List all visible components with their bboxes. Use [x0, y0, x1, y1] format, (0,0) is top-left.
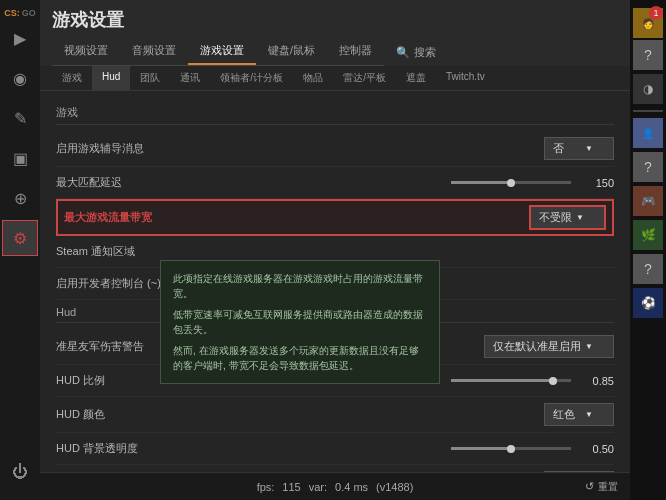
sub-tab-comm[interactable]: 通讯 — [170, 66, 210, 90]
tooltip-bandwidth: 此项指定在线游戏服务器在游戏游戏时占用的游戏流量带宽。 低带宽速率可减免互联网服… — [160, 260, 440, 384]
page-title: 游戏设置 — [52, 8, 618, 32]
slider-fill-ping — [451, 181, 511, 184]
right-sidebar: 🧑 1 ? ◑ 👤 ? 🎮 🌿 ? ⚽ — [630, 0, 666, 500]
var-label: var: — [309, 481, 327, 493]
sub-tab-hud[interactable]: Hud — [92, 66, 130, 90]
version-label: (v1488) — [376, 481, 413, 493]
dropdown-hud-color[interactable]: 红色 ▼ — [544, 403, 614, 426]
sub-tab-game[interactable]: 游戏 — [52, 66, 92, 90]
dropdown-game-tour[interactable]: 否 ▼ — [544, 137, 614, 160]
search-tab[interactable]: 🔍 搜索 — [384, 40, 448, 65]
value-hud-scale: 0.85 — [579, 375, 614, 387]
var-value: 0.4 ms — [335, 481, 368, 493]
tab-controller[interactable]: 控制器 — [327, 38, 384, 65]
section-game: 游戏 — [56, 99, 614, 125]
sub-tabs: 游戏 Hud 团队 通讯 领袖者/计分板 物品 雷达/平板 遮盖 Twitch.… — [40, 66, 630, 91]
slider-fill-hud-scale — [451, 379, 553, 382]
main-content: 游戏设置 视频设置 音频设置 游戏设置 键盘/鼠标 控制器 🔍 搜索 游戏 Hu… — [40, 0, 630, 472]
value-hud-opacity: 0.50 — [579, 443, 614, 455]
avatar-toggle[interactable]: ◑ — [633, 74, 663, 104]
control-bandwidth: 不受限 ▼ — [446, 205, 606, 230]
fps-value: 115 — [282, 481, 300, 493]
avatar-2[interactable]: ? — [633, 40, 663, 70]
tab-keyboard[interactable]: 键盘/鼠标 — [256, 38, 327, 65]
refresh-icon: ↺ — [585, 480, 594, 493]
value-max-ping: 150 — [579, 177, 614, 189]
sidebar-icon-radio[interactable]: ◉ — [2, 60, 38, 96]
sidebar-icon-inventory[interactable]: ✎ — [2, 100, 38, 136]
control-hud-color: 红色 ▼ — [454, 403, 614, 426]
avatar-notification: 🧑 1 — [633, 6, 663, 36]
slider-thumb-ping[interactable] — [507, 179, 515, 187]
tooltip-line-1: 此项指定在线游戏服务器在游戏游戏时占用的游戏流量带宽。 — [173, 271, 427, 301]
avatar-7[interactable]: ? — [633, 254, 663, 284]
avatar-3[interactable]: 👤 — [633, 118, 663, 148]
chevron-down-icon-ff: ▼ — [585, 342, 593, 351]
slider-fill-hud-opacity — [451, 447, 511, 450]
avatar-8[interactable]: ⚽ — [633, 288, 663, 318]
nav-tabs: 视频设置 音频设置 游戏设置 键盘/鼠标 控制器 — [52, 38, 384, 66]
sidebar-icon-play[interactable]: ▶ — [2, 20, 38, 56]
tab-audio[interactable]: 音频设置 — [120, 38, 188, 65]
sub-tab-item[interactable]: 物品 — [293, 66, 333, 90]
slider-hud-opacity: 0.50 — [451, 443, 614, 455]
dropdown-friendly-fire[interactable]: 仅在默认准星启用 ▼ — [484, 335, 614, 358]
sub-tab-map[interactable]: 雷达/平板 — [333, 66, 396, 90]
slider-track-ping[interactable] — [451, 181, 571, 184]
divider-1 — [633, 110, 663, 112]
avatar-5[interactable]: 🎮 — [633, 186, 663, 216]
slider-hud-scale: 0.85 — [451, 375, 614, 387]
setting-row-hud-color: HUD 颜色 红色 ▼ — [56, 397, 614, 433]
sub-tab-leader[interactable]: 领袖者/计分板 — [210, 66, 293, 90]
control-max-ping: 150 — [451, 177, 614, 189]
sidebar-icon-power[interactable]: ⏻ — [2, 454, 38, 490]
tab-game[interactable]: 游戏设置 — [188, 38, 256, 65]
slider-max-ping: 150 — [451, 177, 614, 189]
header: 游戏设置 视频设置 音频设置 游戏设置 键盘/鼠标 控制器 🔍 搜索 — [40, 0, 630, 66]
slider-thumb-hud-scale[interactable] — [549, 377, 557, 385]
label-bandwidth: 最大游戏流量带宽 — [64, 210, 446, 225]
control-game-tour: 否 ▼ — [454, 137, 614, 160]
setting-row-game-tour: 启用游戏辅导消息 否 ▼ — [56, 131, 614, 167]
notification-badge: 1 — [649, 6, 663, 20]
slider-thumb-hud-opacity[interactable] — [507, 445, 515, 453]
sidebar-icon-watch[interactable]: ▣ — [2, 140, 38, 176]
setting-row-max-ping: 最大匹配延迟 150 — [56, 167, 614, 199]
sub-tab-quality[interactable]: 遮盖 — [396, 66, 436, 90]
chevron-down-icon: ▼ — [585, 144, 593, 153]
tooltip-line-3: 然而, 在游戏服务器发送多个玩家的更新数据且没有足够的客户端时, 带宽不足会导致… — [173, 343, 427, 373]
slider-track-hud-opacity[interactable] — [451, 447, 571, 450]
control-hud-opacity: 0.50 — [451, 443, 614, 455]
sidebar-icon-settings[interactable]: ⚙ — [2, 220, 38, 256]
slider-track-hud-scale[interactable] — [451, 379, 571, 382]
label-game-tour: 启用游戏辅导消息 — [56, 141, 454, 156]
control-hud-scale: 0.85 — [451, 375, 614, 387]
label-hud-opacity: HUD 背景透明度 — [56, 441, 451, 456]
left-sidebar: CS:GO ▶ ◉ ✎ ▣ ⊕ ⚙ ⏻ — [0, 0, 40, 500]
control-friendly-fire: 仅在默认准星启用 ▼ — [454, 335, 614, 358]
tab-video[interactable]: 视频设置 — [52, 38, 120, 65]
avatar-6[interactable]: 🌿 — [633, 220, 663, 250]
fps-label: fps: — [257, 481, 275, 493]
chevron-down-icon-hud-color: ▼ — [585, 410, 593, 419]
sub-tab-team[interactable]: 团队 — [130, 66, 170, 90]
setting-row-hud-opacity: HUD 背景透明度 0.50 — [56, 433, 614, 465]
reset-button[interactable]: 重置 — [598, 480, 618, 494]
dropdown-bandwidth[interactable]: 不受限 ▼ — [529, 205, 606, 230]
label-max-ping: 最大匹配延迟 — [56, 175, 451, 190]
chevron-down-icon-bandwidth: ▼ — [576, 213, 584, 222]
label-hud-color: HUD 颜色 — [56, 407, 454, 422]
csgo-logo: CS:GO — [4, 8, 36, 18]
sub-tab-twitch[interactable]: Twitch.tv — [436, 66, 495, 90]
avatar-4[interactable]: ? — [633, 152, 663, 182]
setting-row-bandwidth: 最大游戏流量带宽 不受限 ▼ — [56, 199, 614, 236]
status-bar: fps: 115 var: 0.4 ms (v1488) ↺ 重置 — [40, 472, 630, 500]
tooltip-line-2: 低带宽速率可减免互联网服务提供商或路由器造成的数据包丢失。 — [173, 307, 427, 337]
sidebar-icon-community[interactable]: ⊕ — [2, 180, 38, 216]
status-right: ↺ 重置 — [585, 480, 618, 494]
search-icon: 🔍 — [396, 46, 410, 59]
label-steam-notify: Steam 通知区域 — [56, 244, 454, 259]
setting-row-hp-display: 生命值/弹药显示 默认 ▼ — [56, 465, 614, 472]
